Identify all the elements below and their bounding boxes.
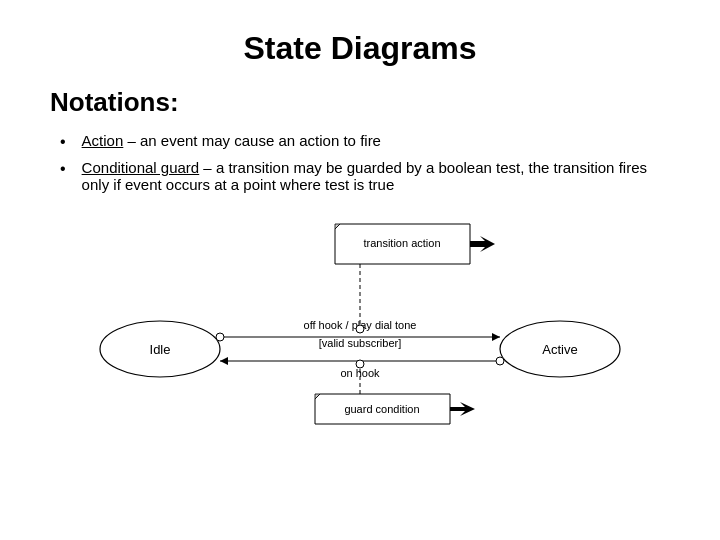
conditional-guard-underline: Conditional guard (82, 159, 200, 176)
bullet-list: Action – an event may cause an action to… (60, 132, 670, 193)
bullet-item-1: Action – an event may cause an action to… (60, 132, 670, 151)
valid-subscriber-label: [valid subscriber] (319, 337, 402, 349)
svg-point-7 (496, 357, 504, 365)
bullet-text-1: Action – an event may cause an action to… (82, 132, 381, 149)
svg-point-17 (356, 360, 364, 368)
svg-point-4 (216, 333, 224, 341)
state-diagram: Idle Active off hook / play dial tone [v… (50, 209, 670, 429)
notations-heading: Notations: (50, 87, 670, 118)
bullet-text-2: Conditional guard – a transition may be … (82, 159, 670, 193)
svg-point-12 (356, 325, 364, 333)
bullet-item-2: Conditional guard – a transition may be … (60, 159, 670, 193)
svg-marker-3 (492, 333, 500, 341)
svg-marker-6 (220, 357, 228, 365)
guard-condition-label: guard condition (344, 403, 419, 415)
transition-action-label: transition action (363, 237, 440, 249)
diagram-area: Idle Active off hook / play dial tone [v… (50, 209, 670, 429)
action-underline: Action (82, 132, 124, 149)
slide: State Diagrams Notations: Action – an ev… (0, 0, 720, 540)
slide-title: State Diagrams (50, 30, 670, 67)
svg-marker-10 (470, 236, 495, 252)
idle-label: Idle (150, 342, 171, 357)
action-rest: – an event may cause an action to fire (123, 132, 381, 149)
svg-marker-15 (450, 402, 475, 416)
active-label: Active (542, 342, 577, 357)
